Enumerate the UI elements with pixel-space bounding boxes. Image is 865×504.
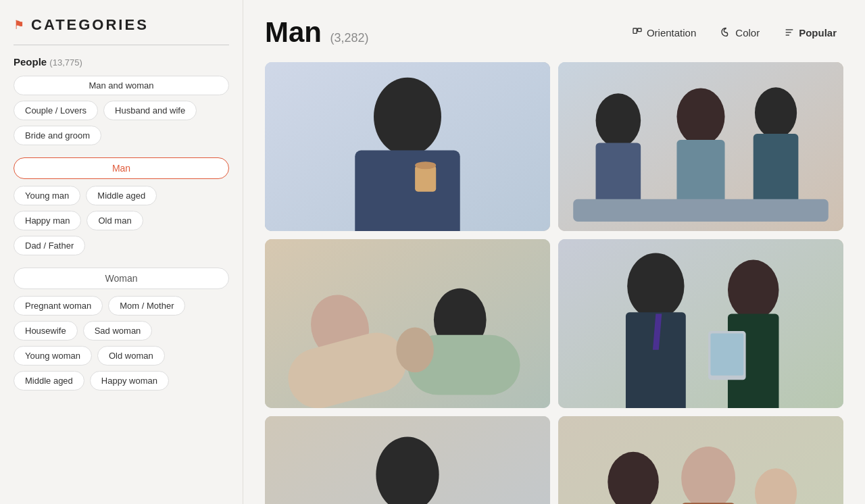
- svg-point-6: [374, 78, 441, 155]
- svg-point-23: [396, 328, 434, 373]
- image-svg-6: [558, 416, 843, 504]
- people-heading: People (13,775): [14, 56, 229, 68]
- image-svg-2: [558, 62, 843, 231]
- image-card-1[interactable]: [265, 62, 550, 231]
- main-count: (3,282): [330, 31, 368, 45]
- tag-old-woman[interactable]: Old woman: [97, 346, 165, 366]
- svg-rect-24: [558, 239, 843, 408]
- woman-tags-row-3: Young woman Old woman: [14, 346, 229, 366]
- tag-sad-woman[interactable]: Sad woman: [83, 321, 153, 341]
- tag-mom-mother[interactable]: Mom / Mother: [108, 296, 185, 316]
- color-icon: [720, 27, 731, 38]
- svg-point-9: [415, 161, 436, 169]
- tag-dad-father[interactable]: Dad / Father: [14, 236, 85, 255]
- tag-old-man[interactable]: Old man: [86, 211, 143, 230]
- image-placeholder-2: [558, 62, 843, 231]
- svg-point-28: [728, 260, 779, 320]
- image-placeholder-4: [558, 239, 843, 408]
- tag-happy-man[interactable]: Happy man: [14, 211, 81, 230]
- main-header: Man (3,282) Orientation Color: [265, 16, 843, 49]
- woman-tags-row-1: Pregnant woman Mom / Mother: [14, 296, 229, 316]
- image-svg-4: [558, 239, 843, 408]
- svg-rect-0: [633, 28, 637, 33]
- tag-young-man[interactable]: Young man: [14, 186, 80, 205]
- image-card-6[interactable]: [558, 416, 843, 504]
- sidebar: ⚑ CATEGORIES People (13,775) Man and wom…: [0, 0, 243, 504]
- svg-rect-17: [573, 199, 829, 222]
- svg-rect-7: [355, 151, 460, 231]
- tag-housewife[interactable]: Housewife: [14, 321, 78, 341]
- couple-tags-row-2: Couple / Lovers Husband and wife: [14, 101, 229, 120]
- image-placeholder-1: [265, 62, 550, 231]
- svg-point-25: [627, 253, 684, 320]
- main-title-area: Man (3,282): [265, 16, 369, 49]
- image-placeholder-3: [265, 239, 550, 408]
- woman-tags-row-2: Housewife Sad woman: [14, 321, 229, 341]
- man-tags-row-1: Young man Middle aged: [14, 186, 229, 205]
- tag-husband-wife[interactable]: Husband and wife: [103, 101, 197, 120]
- tag-pregnant-woman[interactable]: Pregnant woman: [14, 296, 103, 316]
- image-placeholder-6: [558, 416, 843, 504]
- svg-rect-8: [415, 166, 436, 192]
- svg-point-13: [676, 88, 724, 145]
- tag-happy-woman[interactable]: Happy woman: [90, 371, 169, 390]
- couple-tags-row-3: Bride and groom: [14, 126, 229, 145]
- image-svg-3: [265, 239, 550, 408]
- image-svg-1: [265, 62, 550, 231]
- image-card-3[interactable]: [265, 239, 550, 408]
- flag-icon: ⚑: [14, 18, 24, 32]
- svg-rect-31: [710, 333, 743, 375]
- man-section-label[interactable]: Man: [14, 157, 229, 179]
- image-card-2[interactable]: [558, 62, 843, 231]
- image-svg-5: [265, 416, 550, 504]
- man-tags-row-3: Dad / Father: [14, 236, 229, 255]
- popular-button[interactable]: Popular: [777, 23, 843, 43]
- tag-bride-groom[interactable]: Bride and groom: [14, 126, 101, 145]
- man-tags-row-2: Happy man Old man: [14, 211, 229, 230]
- tag-middle-aged[interactable]: Middle aged: [86, 186, 157, 205]
- couple-tags-row-1: Man and woman: [14, 76, 229, 95]
- tag-couple-lovers[interactable]: Couple / Lovers: [14, 101, 98, 120]
- tag-man-and-woman[interactable]: Man and woman: [14, 76, 229, 95]
- people-section: People (13,775) Man and woman Couple / L…: [14, 56, 229, 145]
- sidebar-divider: [14, 45, 229, 45]
- svg-point-11: [596, 93, 641, 147]
- main-content: Man (3,282) Orientation Color: [243, 0, 865, 504]
- woman-tags-row-4: Middle aged Happy woman: [14, 371, 229, 390]
- svg-rect-1: [638, 28, 641, 32]
- orientation-icon: [632, 27, 643, 38]
- image-grid: [265, 62, 843, 504]
- popular-icon: [784, 27, 795, 38]
- main-title: Man: [265, 16, 322, 48]
- orientation-button[interactable]: Orientation: [625, 23, 703, 43]
- tag-young-woman[interactable]: Young woman: [14, 346, 92, 366]
- image-card-4[interactable]: [558, 239, 843, 408]
- woman-section-label[interactable]: Woman: [14, 268, 229, 289]
- color-button[interactable]: Color: [714, 23, 766, 43]
- sidebar-header: ⚑ CATEGORIES: [14, 16, 229, 34]
- svg-point-15: [755, 87, 797, 138]
- image-card-5[interactable]: [265, 416, 550, 504]
- sidebar-title: CATEGORIES: [31, 16, 149, 34]
- tag-middle-aged-woman[interactable]: Middle aged: [14, 371, 84, 390]
- image-placeholder-5: [265, 416, 550, 504]
- toolbar: Orientation Color Popular: [625, 23, 843, 43]
